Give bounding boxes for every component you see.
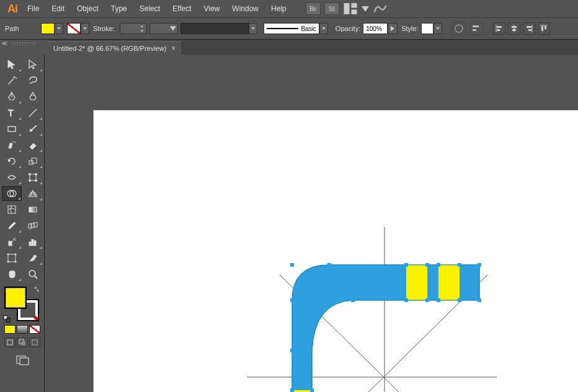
magic-wand-tool[interactable] <box>2 73 22 88</box>
align-right-button[interactable] <box>523 22 535 35</box>
artboard-tool[interactable] <box>2 251 22 265</box>
fill-swatch[interactable] <box>41 23 55 34</box>
menu-help[interactable]: Help <box>265 0 293 17</box>
mesh-tool[interactable] <box>2 202 22 217</box>
svg-rect-42 <box>4 316 7 319</box>
svg-rect-17 <box>545 26 546 29</box>
align-panel-button[interactable] <box>469 22 483 35</box>
draw-normal-button[interactable] <box>4 337 16 347</box>
yellow-block-1[interactable] <box>406 265 427 300</box>
svg-rect-71 <box>437 263 440 267</box>
brush-style-arrow[interactable] <box>319 23 328 34</box>
default-fill-stroke-icon[interactable] <box>3 315 11 323</box>
line-segment-tool[interactable] <box>23 105 43 120</box>
svg-rect-38 <box>34 241 36 246</box>
menu-edit[interactable]: Edit <box>45 0 71 17</box>
opacity-input[interactable]: 100% <box>363 23 388 34</box>
panel-grip-icon[interactable] <box>11 42 36 45</box>
rotate-tool[interactable] <box>2 154 22 169</box>
shape-builder-tool[interactable] <box>2 186 22 201</box>
type-tool[interactable]: T <box>2 105 22 120</box>
shaper-tool[interactable] <box>2 138 22 153</box>
svg-point-24 <box>29 174 31 176</box>
brush-style-label: Basic <box>301 25 316 32</box>
zoom-tool[interactable] <box>23 267 43 282</box>
lasso-tool[interactable] <box>23 73 43 88</box>
width-tool[interactable] <box>2 170 22 185</box>
rectangle-tool[interactable] <box>2 122 22 136</box>
stock-button[interactable]: St <box>324 2 339 15</box>
menu-file[interactable]: File <box>21 0 45 17</box>
svg-rect-10 <box>512 26 517 28</box>
workspace[interactable] <box>47 55 578 392</box>
graphic-style-dropdown[interactable] <box>434 23 442 34</box>
stroke-swatch-dropdown[interactable] <box>81 23 89 34</box>
free-transform-tool[interactable] <box>23 170 43 185</box>
selection-tool[interactable] <box>2 57 22 72</box>
document-tab[interactable]: Untitled-2* @ 66.67% (RGB/Preview) × <box>47 41 182 55</box>
paintbrush-tool[interactable] <box>23 122 43 136</box>
align-top-button[interactable] <box>538 22 550 35</box>
menu-view[interactable]: View <box>198 0 226 17</box>
collapse-panels-icon[interactable]: ≪ <box>0 40 9 48</box>
scale-tool[interactable] <box>23 154 43 169</box>
fill-swatch-dropdown[interactable] <box>55 23 63 34</box>
svg-point-26 <box>29 180 31 182</box>
slice-tool[interactable] <box>23 251 43 265</box>
svg-rect-76 <box>478 298 481 302</box>
stroke-weight-input[interactable]: ▲▼ <box>120 23 147 34</box>
eyedropper-tool[interactable] <box>2 218 22 233</box>
color-mode-none[interactable] <box>29 325 40 334</box>
artwork-canvas[interactable] <box>94 110 578 392</box>
stroke-swatch[interactable] <box>67 23 81 34</box>
gpu-badge-icon[interactable] <box>373 2 388 15</box>
arrange-documents-button[interactable] <box>343 2 358 15</box>
color-mode-gradient[interactable] <box>17 325 28 334</box>
stroke-weight-stepper[interactable]: ▲▼ <box>139 24 145 33</box>
blend-tool[interactable] <box>23 218 43 233</box>
brush-style-dropdown[interactable]: Basic <box>264 23 319 34</box>
opacity-dropdown[interactable] <box>388 23 398 34</box>
color-mode-solid[interactable] <box>4 325 16 334</box>
svg-rect-39 <box>8 254 16 262</box>
yellow-block-2[interactable] <box>438 265 460 300</box>
hand-tool[interactable] <box>2 267 22 282</box>
menu-object[interactable]: Object <box>71 0 105 17</box>
align-hcenter-button[interactable] <box>508 22 520 35</box>
screen-mode-button[interactable] <box>13 354 33 367</box>
menu-type[interactable]: Type <box>105 0 133 17</box>
direct-selection-tool[interactable] <box>23 57 43 72</box>
svg-rect-8 <box>497 29 500 31</box>
svg-rect-68 <box>404 298 408 302</box>
close-tab-icon[interactable]: × <box>171 45 176 52</box>
symbol-sprayer-tool[interactable] <box>2 234 22 249</box>
brush-definition-dropdown[interactable] <box>249 23 257 34</box>
menu-effect[interactable]: Effect <box>166 0 197 17</box>
menu-window[interactable]: Window <box>226 0 265 17</box>
svg-rect-21 <box>29 161 33 164</box>
draw-behind-button[interactable] <box>17 337 28 347</box>
arrange-documents-dropdown[interactable] <box>362 2 369 15</box>
swap-fill-stroke-icon[interactable] <box>33 285 40 293</box>
fill-indicator[interactable] <box>4 287 27 309</box>
go-to-bridge-button[interactable]: Br <box>306 2 321 15</box>
svg-rect-1 <box>351 3 357 8</box>
graphic-style-label: Style: <box>401 25 419 32</box>
menu-select[interactable]: Select <box>133 0 166 17</box>
variable-width-profile-dropdown[interactable] <box>149 23 178 34</box>
eraser-tool[interactable] <box>23 138 43 153</box>
curvature-tool[interactable] <box>23 89 43 104</box>
control-bar: Path Stroke: ▲▼ Basic Opacity: 100% Styl… <box>0 17 578 40</box>
gradient-tool[interactable] <box>23 202 43 217</box>
align-left-button[interactable] <box>493 22 505 35</box>
svg-rect-66 <box>351 298 355 302</box>
fill-stroke-indicator[interactable] <box>4 287 39 321</box>
pen-tool[interactable] <box>2 89 22 104</box>
draw-inside-button[interactable] <box>29 337 40 347</box>
perspective-grid-tool[interactable] <box>23 186 43 201</box>
column-graph-tool[interactable] <box>23 234 43 249</box>
artboard[interactable] <box>94 110 578 392</box>
brush-definition-well[interactable] <box>180 23 249 34</box>
recolor-artwork-button[interactable] <box>452 22 466 35</box>
graphic-style-well[interactable] <box>421 23 434 34</box>
